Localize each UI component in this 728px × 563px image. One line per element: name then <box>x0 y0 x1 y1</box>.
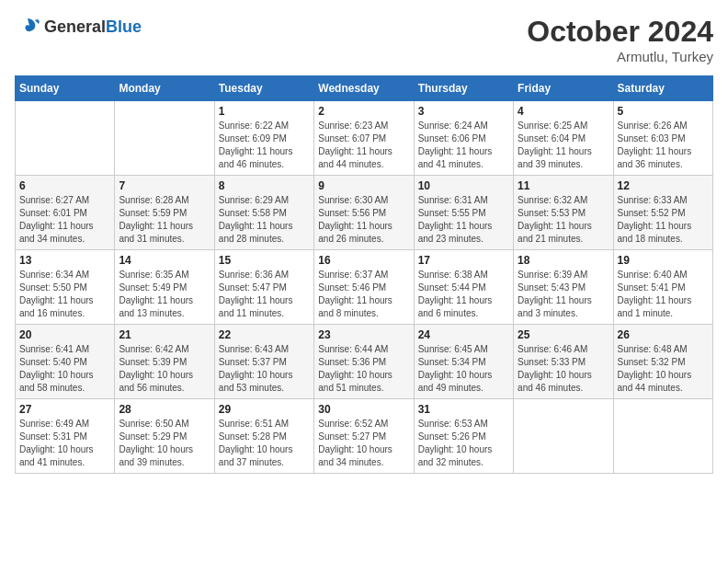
day-number: 1 <box>219 105 310 118</box>
col-saturday: Saturday <box>613 76 712 101</box>
day-info: Sunrise: 6:23 AMSunset: 6:07 PMDaylight:… <box>318 120 409 171</box>
table-row: 8 Sunrise: 6:29 AMSunset: 5:58 PMDayligh… <box>214 176 313 250</box>
day-info: Sunrise: 6:27 AMSunset: 6:01 PMDaylight:… <box>19 194 110 246</box>
table-row: 9 Sunrise: 6:30 AMSunset: 5:56 PMDayligh… <box>314 176 414 250</box>
day-info: Sunrise: 6:41 AMSunset: 5:40 PMDaylight:… <box>19 343 110 395</box>
table-row: 13 Sunrise: 6:34 AMSunset: 5:50 PMDaylig… <box>16 250 115 325</box>
day-info: Sunrise: 6:37 AMSunset: 5:46 PMDaylight:… <box>318 269 409 320</box>
day-number: 7 <box>119 179 210 192</box>
table-row: 3 Sunrise: 6:24 AMSunset: 6:06 PMDayligh… <box>414 101 513 176</box>
table-row: 21 Sunrise: 6:42 AMSunset: 5:39 PMDaylig… <box>115 325 214 399</box>
month-title: October 2024 <box>527 15 713 49</box>
col-wednesday: Wednesday <box>314 76 414 101</box>
day-info: Sunrise: 6:26 AMSunset: 6:03 PMDaylight:… <box>618 120 709 171</box>
day-info: Sunrise: 6:42 AMSunset: 5:39 PMDaylight:… <box>119 343 210 395</box>
table-row: 20 Sunrise: 6:41 AMSunset: 5:40 PMDaylig… <box>16 325 115 399</box>
day-number: 21 <box>119 328 210 341</box>
day-info: Sunrise: 6:35 AMSunset: 5:49 PMDaylight:… <box>119 269 210 320</box>
day-number: 14 <box>119 254 210 267</box>
table-row: 18 Sunrise: 6:39 AMSunset: 5:43 PMDaylig… <box>514 250 613 325</box>
day-number: 28 <box>119 403 210 416</box>
calendar-week-2: 6 Sunrise: 6:27 AMSunset: 6:01 PMDayligh… <box>16 176 713 250</box>
day-number: 12 <box>618 179 709 192</box>
calendar-week-1: 1 Sunrise: 6:22 AMSunset: 6:09 PMDayligh… <box>16 101 713 176</box>
day-info: Sunrise: 6:40 AMSunset: 5:41 PMDaylight:… <box>618 269 709 320</box>
day-info: Sunrise: 6:32 AMSunset: 5:53 PMDaylight:… <box>518 194 609 246</box>
day-number: 30 <box>318 403 409 416</box>
table-row: 12 Sunrise: 6:33 AMSunset: 5:52 PMDaylig… <box>613 176 712 250</box>
table-row: 22 Sunrise: 6:43 AMSunset: 5:37 PMDaylig… <box>214 325 313 399</box>
table-row: 16 Sunrise: 6:37 AMSunset: 5:46 PMDaylig… <box>314 250 414 325</box>
table-row: 31 Sunrise: 6:53 AMSunset: 5:26 PMDaylig… <box>414 399 513 474</box>
day-number: 10 <box>418 179 509 192</box>
table-row: 6 Sunrise: 6:27 AMSunset: 6:01 PMDayligh… <box>16 176 115 250</box>
day-info: Sunrise: 6:25 AMSunset: 6:04 PMDaylight:… <box>518 120 609 171</box>
table-row: 25 Sunrise: 6:46 AMSunset: 5:33 PMDaylig… <box>514 325 613 399</box>
day-info: Sunrise: 6:51 AMSunset: 5:28 PMDaylight:… <box>219 418 310 469</box>
day-info: Sunrise: 6:45 AMSunset: 5:34 PMDaylight:… <box>418 343 509 395</box>
table-row: 4 Sunrise: 6:25 AMSunset: 6:04 PMDayligh… <box>514 101 613 176</box>
table-row <box>115 101 214 176</box>
table-row: 26 Sunrise: 6:48 AMSunset: 5:32 PMDaylig… <box>613 325 712 399</box>
table-row: 1 Sunrise: 6:22 AMSunset: 6:09 PMDayligh… <box>214 101 313 176</box>
day-number: 29 <box>219 403 310 416</box>
day-number: 22 <box>219 328 310 341</box>
day-info: Sunrise: 6:22 AMSunset: 6:09 PMDaylight:… <box>219 120 310 171</box>
day-info: Sunrise: 6:43 AMSunset: 5:37 PMDaylight:… <box>219 343 310 395</box>
day-number: 6 <box>19 179 110 192</box>
table-row: 19 Sunrise: 6:40 AMSunset: 5:41 PMDaylig… <box>613 250 712 325</box>
table-row: 5 Sunrise: 6:26 AMSunset: 6:03 PMDayligh… <box>613 101 712 176</box>
calendar-header-row: Sunday Monday Tuesday Wednesday Thursday… <box>16 76 713 101</box>
day-info: Sunrise: 6:39 AMSunset: 5:43 PMDaylight:… <box>518 269 609 320</box>
day-number: 15 <box>219 254 310 267</box>
day-info: Sunrise: 6:36 AMSunset: 5:47 PMDaylight:… <box>219 269 310 320</box>
day-info: Sunrise: 6:28 AMSunset: 5:59 PMDaylight:… <box>119 194 210 246</box>
table-row <box>16 101 115 176</box>
day-number: 13 <box>19 254 110 267</box>
col-friday: Friday <box>514 76 613 101</box>
table-row: 28 Sunrise: 6:50 AMSunset: 5:29 PMDaylig… <box>115 399 214 474</box>
table-row: 23 Sunrise: 6:44 AMSunset: 5:36 PMDaylig… <box>314 325 414 399</box>
day-info: Sunrise: 6:34 AMSunset: 5:50 PMDaylight:… <box>19 269 110 320</box>
table-row <box>613 399 712 474</box>
day-number: 31 <box>418 403 509 416</box>
col-thursday: Thursday <box>414 76 513 101</box>
day-number: 2 <box>318 105 409 118</box>
day-number: 4 <box>518 105 609 118</box>
day-number: 11 <box>518 179 609 192</box>
day-number: 27 <box>19 403 110 416</box>
day-info: Sunrise: 6:52 AMSunset: 5:27 PMDaylight:… <box>318 418 409 469</box>
day-number: 5 <box>618 105 709 118</box>
table-row: 17 Sunrise: 6:38 AMSunset: 5:44 PMDaylig… <box>414 250 513 325</box>
day-number: 3 <box>418 105 509 118</box>
day-info: Sunrise: 6:50 AMSunset: 5:29 PMDaylight:… <box>119 418 210 469</box>
title-area: October 2024 Armutlu, Turkey <box>527 15 713 64</box>
table-row: 14 Sunrise: 6:35 AMSunset: 5:49 PMDaylig… <box>115 250 214 325</box>
day-info: Sunrise: 6:33 AMSunset: 5:52 PMDaylight:… <box>618 194 709 246</box>
day-number: 19 <box>618 254 709 267</box>
page-header: GeneralBlue October 2024 Armutlu, Turkey <box>15 15 713 64</box>
day-number: 18 <box>518 254 609 267</box>
day-info: Sunrise: 6:31 AMSunset: 5:55 PMDaylight:… <box>418 194 509 246</box>
logo-general: GeneralBlue <box>44 18 142 37</box>
day-number: 17 <box>418 254 509 267</box>
col-sunday: Sunday <box>16 76 115 101</box>
day-info: Sunrise: 6:44 AMSunset: 5:36 PMDaylight:… <box>318 343 409 395</box>
table-row <box>514 399 613 474</box>
table-row: 30 Sunrise: 6:52 AMSunset: 5:27 PMDaylig… <box>314 399 414 474</box>
day-number: 23 <box>318 328 409 341</box>
calendar-week-3: 13 Sunrise: 6:34 AMSunset: 5:50 PMDaylig… <box>16 250 713 325</box>
calendar-week-4: 20 Sunrise: 6:41 AMSunset: 5:40 PMDaylig… <box>16 325 713 399</box>
table-row: 15 Sunrise: 6:36 AMSunset: 5:47 PMDaylig… <box>214 250 313 325</box>
table-row: 27 Sunrise: 6:49 AMSunset: 5:31 PMDaylig… <box>16 399 115 474</box>
day-info: Sunrise: 6:29 AMSunset: 5:58 PMDaylight:… <box>219 194 310 246</box>
logo: GeneralBlue <box>15 15 142 40</box>
day-number: 16 <box>318 254 409 267</box>
day-number: 9 <box>318 179 409 192</box>
day-info: Sunrise: 6:38 AMSunset: 5:44 PMDaylight:… <box>418 269 509 320</box>
day-number: 25 <box>518 328 609 341</box>
table-row: 24 Sunrise: 6:45 AMSunset: 5:34 PMDaylig… <box>414 325 513 399</box>
day-info: Sunrise: 6:49 AMSunset: 5:31 PMDaylight:… <box>19 418 110 469</box>
day-number: 24 <box>418 328 509 341</box>
logo-bird-icon <box>15 15 40 40</box>
